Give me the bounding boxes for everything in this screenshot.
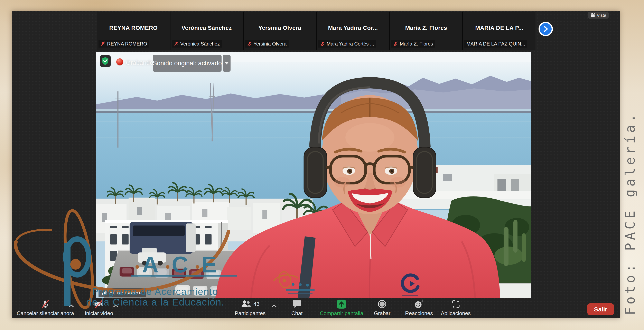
- participant-name: María Z. Flores: [390, 25, 462, 31]
- participant-tile[interactable]: Mara Yadira Cor... Mara Yadira Cortés ..…: [317, 12, 389, 50]
- participant-name: Verónica Sánchez: [170, 25, 243, 31]
- muted-mic-icon: [41, 299, 50, 309]
- view-button[interactable]: Vista: [588, 12, 609, 18]
- recording-indicator-icon: [116, 58, 123, 65]
- participant-footer: Mara Yadira Cortés ...: [318, 40, 376, 47]
- participant-footer: Yersinia Olvera: [245, 40, 288, 47]
- audio-level-icon: [101, 290, 108, 296]
- chevron-up-icon: [272, 304, 276, 307]
- apps-label: Aplicaciones: [441, 310, 471, 317]
- participants-strip: REYNA ROMERO REYNA ROMERO Verónica Sánch…: [97, 12, 536, 50]
- chevron-up-icon: [113, 304, 118, 307]
- muted-mic-icon: [247, 41, 252, 46]
- gallery-view-icon: [590, 13, 595, 17]
- participant-footer: MARIA DE LA PAZ QUIN...: [464, 40, 527, 47]
- participants-icon: [241, 299, 252, 309]
- participant-name: Yersinia Olvera: [244, 25, 316, 31]
- caret-down-icon: [225, 62, 228, 64]
- meeting-security-badge[interactable]: [100, 55, 111, 67]
- record-button[interactable]: Grabar: [374, 299, 390, 317]
- speaker-name-tag: ALINE AMBRIZ: [98, 288, 146, 297]
- participant-name: Mara Yadira Cor...: [317, 25, 389, 31]
- participants-label: Participantes: [235, 310, 266, 317]
- chevron-right-icon: [543, 25, 549, 32]
- participants-options-caret[interactable]: [272, 304, 276, 308]
- bus: [130, 222, 196, 254]
- participant-footer-text: Yersinia Olvera: [254, 41, 286, 47]
- speaker-name-text: ALINE AMBRIZ: [109, 290, 143, 296]
- chat-icon: [292, 300, 302, 308]
- photo-credit: Foto: PACE galería.: [621, 110, 639, 316]
- video-scene: [96, 52, 532, 298]
- start-video-button[interactable]: Iniciar video: [85, 299, 113, 317]
- view-button-label: Vista: [597, 13, 606, 18]
- share-screen-label: Compartir pantalla: [320, 310, 363, 317]
- apps-icon: [451, 300, 460, 309]
- shield-check-icon: [101, 57, 109, 65]
- reactions-label: Reacciones: [405, 310, 433, 317]
- reactions-button[interactable]: Reacciones: [405, 299, 433, 317]
- start-video-label: Iniciar video: [85, 310, 113, 317]
- participant-tile[interactable]: Yersinia Olvera Yersinia Olvera: [244, 12, 316, 50]
- participant-tile[interactable]: Verónica Sánchez Verónica Sánchez: [170, 12, 243, 50]
- muted-camera-icon: [94, 299, 104, 309]
- reactions-icon: [414, 299, 424, 309]
- participant-footer: REYNA ROMERO: [98, 40, 149, 47]
- record-icon: [378, 299, 387, 309]
- leave-meeting-button[interactable]: Salir: [587, 303, 614, 315]
- original-sound-dropdown[interactable]: [223, 55, 230, 72]
- muted-mic-icon: [100, 41, 106, 46]
- participants-count: 43: [254, 301, 260, 307]
- muted-mic-icon: [393, 41, 398, 46]
- participant-name: MARIA DE LA P...: [463, 25, 536, 31]
- chevron-up-icon: [69, 304, 74, 307]
- video-options-caret[interactable]: [113, 304, 118, 308]
- participant-footer-text: María Z. Flores: [400, 41, 433, 47]
- participant-name: REYNA ROMERO: [97, 25, 170, 31]
- unmute-label: Cancelar silenciar ahora: [17, 310, 74, 317]
- active-speaker-video: Grabando Sonido original: activado ALINE…: [96, 52, 532, 298]
- next-participants-page-button[interactable]: [538, 22, 553, 36]
- participants-button[interactable]: 43 Participantes: [235, 299, 266, 317]
- participant-footer-text: MARIA DE LA PAZ QUIN...: [466, 41, 525, 47]
- participant-footer: Verónica Sánchez: [172, 40, 222, 47]
- record-label: Grabar: [374, 310, 390, 317]
- unmute-button[interactable]: Cancelar silenciar ahora: [17, 299, 74, 317]
- participant-tile[interactable]: MARIA DE LA P... MARIA DE LA PAZ QUIN...: [463, 12, 536, 50]
- chat-label: Chat: [292, 310, 303, 317]
- share-screen-icon: [337, 299, 346, 309]
- participant-tile[interactable]: REYNA ROMERO REYNA ROMERO: [97, 12, 170, 50]
- chat-button[interactable]: Chat: [292, 299, 303, 317]
- share-screen-button[interactable]: Compartir pantalla: [320, 299, 363, 317]
- photo-credit-text: Foto: PACE galería.: [622, 111, 638, 315]
- participant-footer: María Z. Flores: [391, 40, 435, 47]
- muted-mic-icon: [320, 41, 325, 46]
- participant-footer-text: Mara Yadira Cortés ...: [326, 41, 374, 47]
- participant-tile[interactable]: María Z. Flores María Z. Flores: [390, 12, 462, 50]
- apps-button[interactable]: Aplicaciones: [441, 299, 471, 317]
- participant-footer-text: Verónica Sánchez: [180, 41, 220, 47]
- zoom-meeting-window: Vista REYNA ROMERO REYNA ROMERO Verónica…: [12, 11, 620, 318]
- muted-mic-icon: [174, 41, 179, 46]
- participant-footer-text: REYNA ROMERO: [107, 41, 147, 47]
- recording-label: Grabando: [126, 59, 153, 66]
- mic-options-caret[interactable]: [69, 304, 74, 308]
- original-sound-badge[interactable]: Sonido original: activado: [153, 55, 222, 72]
